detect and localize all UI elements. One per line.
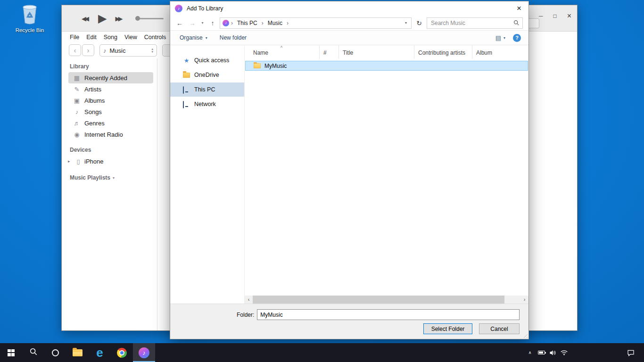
folder-name-input[interactable] <box>257 309 520 320</box>
sidebar-item-internet-radio[interactable]: ◉ Internet Radio <box>68 129 153 140</box>
file-explorer-button[interactable] <box>66 343 89 362</box>
menu-view[interactable]: View <box>124 34 137 41</box>
nav-item-this-pc[interactable]: This PC <box>170 82 244 97</box>
search-icon[interactable] <box>513 20 520 26</box>
star-icon: ★ <box>183 57 190 64</box>
scroll-right-arrow[interactable]: › <box>520 296 528 304</box>
breadcrumb[interactable]: ♪ › This PC › Music › ▾ <box>220 17 412 29</box>
computer-icon <box>183 87 190 92</box>
close-button[interactable]: × <box>567 12 571 20</box>
sidebar-item-label: iPhone <box>84 158 103 165</box>
menu-file[interactable]: File <box>70 34 79 41</box>
taskbar-search-button[interactable] <box>22 343 44 362</box>
music-note-icon: ♪ <box>103 47 107 54</box>
rewind-button[interactable]: ◀◀ <box>82 15 90 22</box>
speaker-icon[interactable] <box>547 350 558 356</box>
sidebar-playlists-header[interactable]: Music Playlists ▾ <box>70 174 157 181</box>
column-header-album[interactable]: Album <box>472 46 528 59</box>
menu-controls[interactable]: Controls <box>144 34 166 41</box>
minimize-button[interactable]: ─ <box>539 13 543 19</box>
nav-item-onedrive[interactable]: OneDrive <box>170 68 244 82</box>
help-button[interactable]: ? <box>513 34 521 42</box>
search-icon <box>29 347 38 358</box>
sidebar-item-genres[interactable]: ♬ Genres <box>68 117 153 129</box>
column-header-title[interactable]: Title <box>339 46 414 59</box>
up-button[interactable]: ↑ <box>207 17 218 29</box>
search-input[interactable] <box>431 20 513 26</box>
nav-item-network[interactable]: Network <box>170 97 244 111</box>
sidebar-item-songs[interactable]: ♪ Songs <box>68 106 153 117</box>
column-header-name[interactable]: ^ Name <box>245 46 320 59</box>
menu-edit[interactable]: Edit <box>86 34 97 41</box>
taskbar: e ♪ ∧ <box>0 343 644 362</box>
back-button[interactable]: ← <box>174 17 185 29</box>
column-header-contributing-artists[interactable]: Contributing artists <box>414 46 472 59</box>
chrome-button[interactable] <box>111 343 133 362</box>
view-options-button[interactable]: ▤ ▾ <box>495 34 505 41</box>
recycle-bin[interactable]: Recycle Bin <box>12 4 47 33</box>
column-headers: ^ Name # Title Contributing artists Albu… <box>245 46 528 59</box>
wifi-icon[interactable] <box>558 350 570 355</box>
refresh-button[interactable]: ↻ <box>413 17 425 29</box>
breadcrumb-music[interactable]: Music <box>265 20 285 26</box>
crumb-separator[interactable]: › <box>286 20 289 26</box>
recent-locations-dropdown[interactable]: ▾ <box>199 17 206 29</box>
chevron-down-icon: ▾ <box>113 176 115 180</box>
battery-icon[interactable] <box>536 351 547 354</box>
breadcrumb-this-pc[interactable]: This PC <box>235 20 260 26</box>
file-name: MyMusic <box>264 63 287 69</box>
address-dropdown-icon[interactable]: ▾ <box>402 21 410 25</box>
select-folder-button[interactable]: Select Folder <box>423 323 472 334</box>
tray-overflow-chevron-icon[interactable]: ∧ <box>524 350 536 355</box>
media-kind-selector[interactable]: ♪ Music ▴▾ <box>99 44 157 57</box>
cancel-button[interactable]: Cancel <box>479 323 520 334</box>
sidebar-item-albums[interactable]: ▣ Albums <box>68 95 153 106</box>
system-tray: ∧ <box>524 343 644 362</box>
resize-grip[interactable] <box>522 332 528 338</box>
sidebar-item-label: Genres <box>84 120 105 127</box>
menu-song[interactable]: Song <box>104 34 117 41</box>
column-header-number[interactable]: # <box>320 46 339 59</box>
search-box[interactable] <box>427 17 523 29</box>
forward-button[interactable]: → <box>187 17 198 29</box>
horizontal-scrollbar[interactable]: ‹ › <box>245 296 528 304</box>
nav-item-label: This PC <box>194 86 215 93</box>
volume-slider[interactable] <box>136 18 164 19</box>
grid-icon: ▦ <box>73 74 81 82</box>
dialog-close-button[interactable]: × <box>512 2 527 15</box>
file-row-mymusic[interactable]: MyMusic <box>245 61 528 71</box>
sidebar-item-artists[interactable]: ✎ Artists <box>68 83 153 95</box>
dialog-titlebar[interactable]: ♪ Add To Library × <box>170 1 528 16</box>
start-button[interactable] <box>0 343 22 362</box>
itunes-forward-button[interactable]: › <box>82 44 94 56</box>
expander-icon[interactable]: ▸ <box>68 159 72 164</box>
scroll-left-arrow[interactable]: ‹ <box>245 296 253 304</box>
dialog-toolbar: Organise ▾ New folder ▤ ▾ ? <box>170 30 528 45</box>
scrollbar-track[interactable] <box>253 296 520 304</box>
fast-forward-button[interactable]: ▶▶ <box>115 15 123 22</box>
new-folder-button[interactable]: New folder <box>220 34 247 41</box>
cortana-button[interactable] <box>44 343 66 362</box>
crumb-separator[interactable]: › <box>261 20 264 26</box>
edge-button[interactable]: e <box>89 343 111 362</box>
iphone-icon: ▯ <box>74 158 82 165</box>
scrollbar-thumb[interactable] <box>253 296 504 304</box>
action-center-icon[interactable] <box>625 349 636 356</box>
organise-button[interactable]: Organise ▾ <box>180 34 207 41</box>
artist-icon: ✎ <box>73 86 81 93</box>
dialog-navbar: ← → ▾ ↑ ♪ › This PC › Music › ▾ ↻ <box>170 16 528 30</box>
maximize-button[interactable]: □ <box>553 13 556 19</box>
nav-item-quick-access[interactable]: ★ Quick access <box>170 53 244 67</box>
sidebar-item-iphone[interactable]: ▸ ▯ iPhone <box>62 156 153 167</box>
itunes-taskbar-button[interactable]: ♪ <box>133 343 155 362</box>
sidebar-item-recently-added[interactable]: ▦ Recently Added <box>68 72 153 83</box>
dialog-footer: Folder: Select Folder Cancel <box>170 304 528 339</box>
network-icon <box>183 101 190 107</box>
itunes-back-button[interactable]: ‹ <box>69 44 81 56</box>
desktop: Recycle Bin ◀◀ ▶ ▶▶ ─ □ × File Edit Song… <box>0 0 644 362</box>
play-button[interactable]: ▶ <box>98 13 107 24</box>
sidebar-item-label: Songs <box>84 108 102 115</box>
dialog-body: ★ Quick access OneDrive This PC Network <box>170 46 528 304</box>
add-to-library-dialog: ♪ Add To Library × ← → ▾ ↑ ♪ › This PC ›… <box>170 1 529 339</box>
radio-icon: ◉ <box>73 131 81 138</box>
